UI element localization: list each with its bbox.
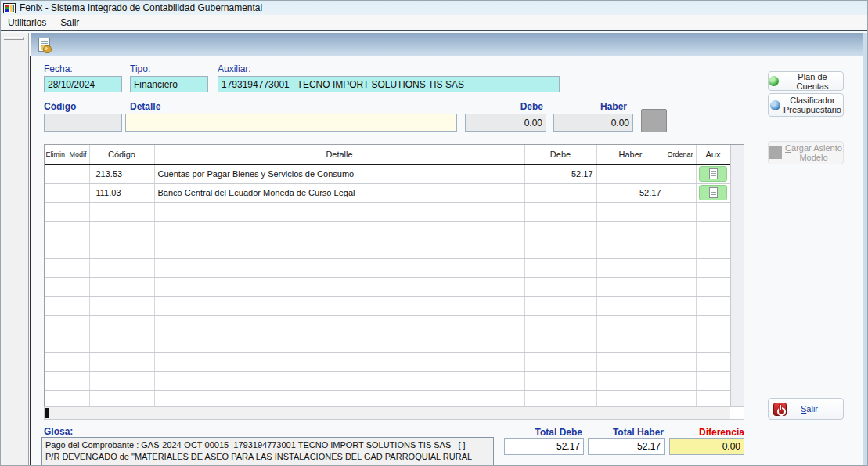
clasificador-presupuestario-button[interactable]: Clasificador Presupuestario — [768, 93, 844, 117]
table-empty-row — [45, 352, 730, 371]
cell-elimin[interactable] — [45, 164, 67, 183]
cell-ordenar[interactable] — [665, 183, 696, 202]
scrollbar-corner — [730, 407, 744, 419]
aux-button[interactable] — [699, 166, 727, 182]
table-empty-row — [45, 296, 730, 315]
glosa-line1: Pago del Comprobante : GAS-2024-OCT-0001… — [45, 439, 490, 451]
entries-table: Elimin Modif Código Detalle Debe Haber O… — [44, 144, 744, 406]
glosa-label: Glosa: — [44, 426, 73, 437]
document-icon — [709, 187, 718, 198]
right-edge-band — [863, 33, 867, 466]
menu-salir[interactable]: Salir — [53, 16, 86, 30]
account-lookup-button[interactable] — [641, 109, 667, 132]
plan-de-cuentas-button[interactable]: Plan de Cuentas — [768, 71, 844, 91]
codigo-input[interactable] — [44, 114, 122, 132]
table-vertical-scrollbar[interactable] — [730, 145, 744, 406]
glosa-textbox[interactable]: Pago del Comprobante : GAS-2024-OCT-0001… — [41, 437, 494, 466]
glosa-line2: P/R DEVENGADO de "MATERIALES DE ASEO PAR… — [45, 451, 490, 466]
cell-ordenar[interactable] — [665, 164, 696, 183]
header-codigo: Código — [89, 145, 154, 164]
fecha-label: Fecha: — [44, 63, 73, 74]
table-empty-row — [45, 390, 730, 406]
cell-codigo[interactable]: 213.53 — [89, 164, 154, 183]
total-debe-label: Total Debe — [504, 427, 582, 438]
gray-square-icon — [769, 146, 782, 159]
header-aux: Aux — [696, 145, 730, 164]
cell-haber[interactable]: 52.17 — [596, 183, 665, 202]
header-haber: Haber — [596, 145, 665, 164]
entries-table-body: 213.53 Cuentas por Pagar Bienes y Servic… — [45, 164, 730, 406]
total-haber-label: Total Haber — [588, 427, 664, 438]
cell-debe[interactable] — [524, 183, 596, 202]
toolbar — [31, 33, 868, 56]
cell-modif[interactable] — [67, 164, 89, 183]
plan-de-cuentas-label: Plan de Cuentas — [782, 72, 843, 91]
table-empty-row — [45, 258, 730, 277]
power-icon — [773, 403, 787, 416]
tipo-input[interactable] — [130, 76, 208, 92]
total-debe-input — [504, 438, 584, 455]
total-haber-input — [588, 438, 665, 455]
header-debe: Debe — [524, 145, 596, 164]
haber-label: Haber — [553, 101, 627, 112]
cargar-asiento-label: Cargar Asiento Modelo — [785, 143, 842, 162]
table-row[interactable]: 111.03 Banco Central del Ecuador Moneda … — [45, 183, 730, 202]
salir-label: Salir — [801, 404, 818, 414]
table-row[interactable]: 213.53 Cuentas por Pagar Bienes y Servic… — [45, 164, 730, 183]
detalle-label: Detalle — [130, 101, 160, 112]
menu-utilitarios[interactable]: Utilitarios — [1, 16, 53, 30]
table-horizontal-scrollbar[interactable] — [44, 406, 744, 420]
fecha-input[interactable] — [44, 76, 122, 92]
table-empty-row — [45, 315, 730, 334]
window-title: Fenix - Sistema Integrado de Contabilida… — [20, 2, 262, 13]
aux-button[interactable] — [699, 185, 727, 200]
menu-bar: Utilitarios Salir — [1, 15, 868, 31]
app-window: Fenix - Sistema Integrado de Contabilida… — [0, 0, 868, 466]
cell-debe[interactable]: 52.17 — [524, 164, 596, 183]
header-modif: Modif — [67, 145, 89, 164]
cell-aux — [696, 183, 730, 202]
tipo-label: Tipo: — [130, 63, 150, 74]
panel-grip[interactable] — [4, 37, 24, 40]
codigo-label: Código — [44, 101, 76, 112]
auxiliar-input[interactable] — [218, 76, 560, 92]
cell-aux — [696, 164, 730, 183]
cargar-asiento-modelo-button[interactable]: Cargar Asiento Modelo — [768, 141, 844, 164]
cell-codigo[interactable]: 111.03 — [89, 183, 154, 202]
cell-detalle[interactable]: Banco Central del Ecuador Moneda de Curs… — [154, 183, 524, 202]
new-voucher-icon[interactable] — [38, 38, 50, 52]
table-empty-row — [45, 334, 730, 352]
header-elimin: Elimin — [45, 145, 67, 164]
scrollbar-thumb[interactable] — [45, 408, 49, 418]
left-collapsed-panel — [1, 33, 29, 466]
header-detalle: Detalle — [154, 145, 524, 164]
table-empty-row — [45, 371, 730, 390]
cell-modif[interactable] — [67, 183, 89, 202]
panel-divider — [30, 56, 31, 466]
table-empty-row — [45, 221, 730, 240]
table-empty-row — [45, 202, 730, 221]
clasificador-label: Clasificador Presupuestario — [783, 96, 841, 114]
table-empty-row — [45, 240, 730, 258]
diferencia-input — [669, 438, 744, 455]
debe-input[interactable] — [465, 114, 546, 132]
cell-detalle[interactable]: Cuentas por Pagar Bienes y Servicios de … — [154, 164, 524, 183]
document-icon — [709, 168, 718, 179]
table-header-row: Elimin Modif Código Detalle Debe Haber O… — [45, 145, 730, 164]
app-icon — [3, 3, 16, 13]
green-sphere-icon — [769, 76, 779, 86]
debe-label: Debe — [465, 101, 543, 112]
detalle-input[interactable] — [125, 114, 457, 132]
header-ordenar: Ordenar — [665, 145, 696, 164]
haber-input[interactable] — [553, 114, 633, 132]
table-empty-row — [45, 277, 730, 296]
salir-button[interactable]: Salir — [768, 398, 844, 420]
auxiliar-label: Auxiliar: — [218, 63, 251, 74]
diferencia-label: Diferencia — [669, 427, 744, 438]
cell-elimin[interactable] — [45, 183, 67, 202]
title-bar: Fenix - Sistema Integrado de Contabilida… — [1, 1, 868, 15]
blue-sphere-icon — [770, 100, 780, 110]
cell-haber[interactable] — [596, 164, 665, 183]
